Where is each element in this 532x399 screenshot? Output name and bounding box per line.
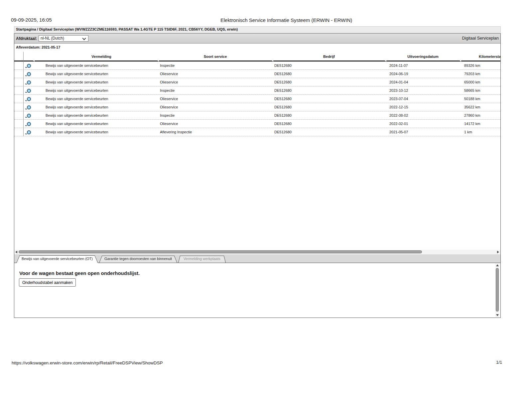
table-header-row: Vermelding Soort service Bedrijf Uitvoer… [14,52,500,62]
cell-kilometerstand: 50188 km [461,97,500,101]
cell-soort-service: Olieservice [159,105,273,109]
cell-soort-service: Olieservice [159,80,273,84]
cell-uitvoeringsdatum: 2022-02-01 [386,122,461,126]
cell-uitvoeringsdatum: 2024-11-07 [386,64,461,67]
cell-soort-service: Olieservice [159,122,273,126]
cell-bedrijf: DE512680 [273,122,386,126]
footer-url: https://volkswagen.erwin-store.com/erwin… [12,360,163,365]
serviceplan-frame: Afdruktaal: nl-NL (Dutch) Digitaal Servi… [14,33,501,318]
cell-soort-service: Olieservice [159,72,273,76]
page-number: 1/1 [496,360,502,365]
cell-kilometerstand: 89326 km [461,64,500,67]
vertical-scrollbar[interactable] [495,263,499,317]
table-row: Bewijs van uitgevoerde servicebeurten Ol… [14,103,500,111]
cell-uitvoeringsdatum: 2024-06-19 [386,72,461,76]
cell-soort-service: Inspectie [159,113,273,117]
magnifier-icon[interactable] [27,89,31,93]
cell-bedrijf: DE512680 [273,97,386,101]
cell-kilometerstand: 35622 km [461,105,500,109]
table-left-rule [23,52,24,136]
service-history-table: Vermelding Soort service Bedrijf Uitvoer… [14,52,500,136]
cell-bedrijf: DE512680 [273,105,386,109]
magnifier-icon[interactable] [27,114,31,118]
cell-vermelding: Bewijs van uitgevoerde servicebeurten [35,130,159,134]
header-uitvoeringsdatum: Uitvoeringsdatum [386,52,461,62]
cell-uitvoeringsdatum: 2022-08-02 [386,113,461,117]
breadcrumb[interactable]: Startpagina / Digitaal Serviceplan (WVWZ… [14,26,501,33]
arrow-down-icon[interactable] [496,314,499,316]
toolbar: Afdruktaal: nl-NL (Dutch) Digitaal Servi… [14,34,500,44]
create-maintenance-table-button[interactable]: Onderhoudstabel aanmaken [19,278,76,287]
header-kilometerstand: Kilometerstand [461,52,500,62]
tab-0[interactable]: Bewijs van uitgevoerde servicebeurten (O… [16,255,98,263]
table-row: Bewijs van uitgevoerde servicebeurten Ol… [14,120,500,128]
magnifier-icon[interactable] [27,72,31,76]
header-spacer [14,52,23,62]
tab-bar: Bewijs van uitgevoerde servicebeurten (O… [14,254,500,263]
cell-uitvoeringsdatum: 2023-10-12 [386,88,461,92]
cell-kilometerstand: 1 km [461,130,500,134]
cell-bedrijf: DE512680 [273,130,386,134]
magnifier-icon[interactable] [27,122,31,126]
cell-uitvoeringsdatum: 2022-12-15 [386,105,461,109]
cell-bedrijf: DE512680 [273,64,386,67]
cell-soort-service: Olieservice [159,97,273,101]
magnifier-icon[interactable] [27,80,31,84]
cell-bedrijf: DE512680 [273,113,386,117]
horizontal-scrollbar[interactable] [14,250,500,254]
chevron-down-icon [82,36,86,40]
cell-vermelding: Bewijs van uitgevoerde servicebeurten [35,80,159,84]
table-row: Bewijs van uitgevoerde servicebeurten Ol… [14,78,500,86]
vertical-scrollbar-thumb[interactable] [496,268,499,312]
magnifier-icon[interactable] [27,130,31,134]
cell-kilometerstand: 14172 km [461,122,500,126]
header-bedrijf: Bedrijf [273,52,386,62]
cell-bedrijf: DE512680 [273,72,386,76]
cell-uitvoeringsdatum: 2023-07-04 [386,97,461,101]
cell-bedrijf: DE512680 [273,80,386,84]
cell-vermelding: Bewijs van uitgevoerde servicebeurten [35,88,159,92]
cell-kilometerstand: 58665 km [461,88,500,92]
cell-vermelding: Bewijs van uitgevoerde servicebeurten [35,122,159,126]
arrow-up-icon[interactable] [496,264,499,266]
cell-soort-service: Aflevering Inspectie [159,130,273,134]
magnifier-icon[interactable] [27,64,31,68]
magnifier-icon[interactable] [27,105,31,109]
print-language-label: Afdruktaal: [16,36,37,41]
table-body: Bewijs van uitgevoerde servicebeurten In… [14,62,500,136]
tab-1[interactable]: Garantie tegen doorroesten van binnenuit [99,255,177,263]
cell-vermelding: Bewijs van uitgevoerde servicebeurten [35,105,159,109]
table-row: Bewijs van uitgevoerde servicebeurten In… [14,86,500,95]
cell-bedrijf: DE512680 [273,88,386,92]
table-row: Bewijs van uitgevoerde servicebeurten Af… [14,128,500,136]
no-open-maintenance-message: Voor de wagen bestaat geen open onderhou… [19,270,140,276]
print-datetime: 09-09-2025, 16:05 [11,17,52,23]
page-title: Elektronisch Service Informatie Systeem … [220,17,352,23]
cell-vermelding: Bewijs van uitgevoerde servicebeurten [35,72,159,76]
cell-kilometerstand: 65000 km [461,80,500,84]
header-soort-service: Soort service [159,52,273,62]
cell-vermelding: Bewijs van uitgevoerde servicebeurten [35,113,159,117]
table-row: Bewijs van uitgevoerde servicebeurten In… [14,62,500,70]
cell-vermelding: Bewijs van uitgevoerde servicebeurten [35,64,159,67]
cell-vermelding: Bewijs van uitgevoerde servicebeurten [35,97,159,101]
header-vermelding: Vermelding [35,52,159,62]
print-language-select[interactable]: nl-NL (Dutch) [39,35,88,42]
cell-uitvoeringsdatum: 2021-05-07 [386,130,461,134]
cell-kilometerstand: 79203 km [461,72,500,76]
cell-soort-service: Inspectie [159,88,273,92]
delivery-date: Afleverdatum: 2021-05-17 [16,45,60,49]
tab-2[interactable]: Vermelding werkplaats [178,255,226,263]
table-row: Bewijs van uitgevoerde servicebeurten Ol… [14,70,500,78]
print-language-value: nl-NL (Dutch) [41,36,64,41]
toolbar-section-title: Digitaal Serviceplan [462,36,499,41]
arrow-left-icon[interactable] [15,251,17,253]
magnifier-icon[interactable] [27,97,31,101]
arrow-right-icon[interactable] [497,251,499,253]
table-row: Bewijs van uitgevoerde servicebeurten Ol… [14,95,500,103]
horizontal-scrollbar-thumb[interactable] [19,250,422,253]
cell-uitvoeringsdatum: 2024-01-04 [386,80,461,84]
cell-kilometerstand: 27860 km [461,113,500,117]
header-icon-column [23,52,35,62]
cell-soort-service: Inspectie [159,64,273,67]
